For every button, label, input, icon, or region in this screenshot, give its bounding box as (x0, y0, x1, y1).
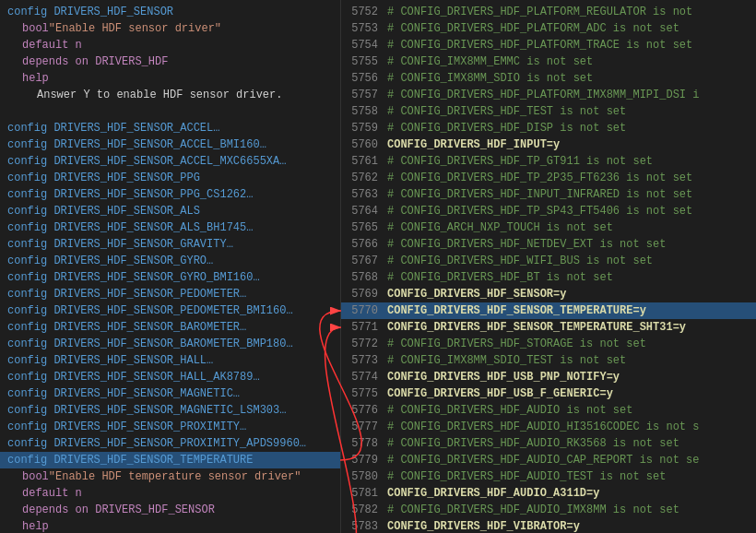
right-line-5782: 5782# CONFIG_DRIVERS_HDF_AUDIO_IMX8MM is… (341, 502, 756, 518)
line-content: # CONFIG_DRIVERS_HDF_INPUT_INFRARED is n… (387, 186, 749, 203)
config-keyword: config DRIVERS_HDF_SENSOR_ALS (7, 203, 200, 219)
line-number: 5769 (348, 286, 387, 302)
left-line-21: config DRIVERS_HDF_SENSOR_BAROMETER_BMP1… (0, 336, 340, 352)
line-content: CONFIG_DRIVERS_HDF_USB_F_GENERIC=y (387, 385, 749, 402)
config-keyword: config DRIVERS_HDF_SENSOR_PEDOMETER… (7, 286, 246, 302)
line-content: CONFIG_DRIVERS_HDF_SENSOR_TEMPERATURE_SH… (387, 319, 749, 336)
line-content: # CONFIG_DRIVERS_HDF_AUDIO_RK3568 is not… (387, 435, 749, 452)
line-number: 5762 (348, 170, 387, 186)
help-keyword: help (22, 70, 49, 87)
left-line-7 (0, 103, 340, 120)
bool-keyword: bool (22, 20, 49, 37)
config-keyword: config DRIVERS_HDF_SENSOR_GRAVITY… (7, 236, 233, 253)
line-number: 5779 (348, 452, 387, 468)
right-line-5767: 5767# CONFIG_DRIVERS_HDF_WIFI_BUS is not… (341, 253, 756, 269)
config-keyword: config DRIVERS_HDF_SENSOR_GYRO… (7, 253, 213, 269)
line-content: # CONFIG_DRIVERS_HDF_TP_2P35_FT6236 is n… (387, 170, 749, 186)
left-line-11: config DRIVERS_HDF_SENSOR_PPG (0, 170, 340, 186)
line-content: CONFIG_DRIVERS_HDF_VIBRATOR=y (387, 518, 749, 533)
line-number: 5771 (348, 319, 387, 336)
right-line-5758: 5758# CONFIG_DRIVERS_HDF_TEST is not set (341, 103, 756, 120)
config-keyword: config DRIVERS_HDF_SENSOR_MAGNETIC_LSM30… (7, 402, 286, 419)
config-keyword: config DRIVERS_HDF_SENSOR_HALL… (7, 352, 213, 369)
left-line-22: config DRIVERS_HDF_SENSOR_HALL… (0, 352, 340, 369)
config-keyword: config DRIVERS_HDF_SENSOR_BAROMETER_BMP1… (7, 336, 293, 352)
right-line-5769: 5769CONFIG_DRIVERS_HDF_SENSOR=y (341, 286, 756, 302)
line-number: 5760 (348, 136, 387, 153)
right-line-5764: 5764# CONFIG_DRIVERS_HDF_TP_SP43_FT5406 … (341, 203, 756, 219)
line-number: 5781 (348, 485, 387, 502)
left-line-17: config DRIVERS_HDF_SENSOR_GYRO_BMI160… (0, 269, 340, 286)
depends-keyword: depends on DRIVERS_HDF (22, 53, 168, 70)
line-number: 5755 (348, 53, 387, 70)
config-keyword: config DRIVERS_HDF_SENSOR_PPG_CS1262… (7, 186, 253, 203)
left-line-12: config DRIVERS_HDF_SENSOR_PPG_CS1262… (0, 186, 340, 203)
default-keyword: default n (22, 485, 82, 502)
left-line-23: config DRIVERS_HDF_SENSOR_HALL_AK8789… (0, 369, 340, 385)
line-number: 5772 (348, 336, 387, 352)
left-line-4: depends on DRIVERS_HDF (0, 53, 340, 70)
line-number: 5765 (348, 219, 387, 236)
line-content: # CONFIG_DRIVERS_HDF_TP_SP43_FT5406 is n… (387, 203, 749, 219)
right-line-5777: 5777# CONFIG_DRIVERS_HDF_AUDIO_HI3516COD… (341, 419, 756, 435)
line-content: CONFIG_DRIVERS_HDF_SENSOR=y (387, 286, 749, 302)
left-line-29: bool "Enable HDF temperature sensor driv… (0, 468, 340, 485)
line-content: # CONFIG_DRIVERS_HDF_BT is not set (387, 269, 749, 286)
line-number: 5782 (348, 502, 387, 518)
left-line-16: config DRIVERS_HDF_SENSOR_GYRO… (0, 253, 340, 269)
line-content: # CONFIG_ARCH_NXP_TOUCH is not set (387, 219, 749, 236)
left-line-6: Answer Y to enable HDF sensor driver. (0, 87, 340, 103)
config-keyword: config DRIVERS_HDF_SENSOR_BAROMETER… (7, 319, 246, 336)
right-line-5781: 5781CONFIG_DRIVERS_HDF_AUDIO_A311D=y (341, 485, 756, 502)
right-line-5773: 5773# CONFIG_IMX8MM_SDIO_TEST is not set (341, 352, 756, 369)
left-line-8: config DRIVERS_HDF_SENSOR_ACCEL… (0, 120, 340, 136)
line-content: # CONFIG_DRIVERS_HDF_PLATFORM_ADC is not… (387, 20, 749, 37)
line-content: # CONFIG_DRIVERS_HDF_DISP is not set (387, 120, 749, 136)
line-number: 5764 (348, 203, 387, 219)
line-number: 5753 (348, 20, 387, 37)
right-line-5775: 5775CONFIG_DRIVERS_HDF_USB_F_GENERIC=y (341, 385, 756, 402)
right-line-5783: 5783CONFIG_DRIVERS_HDF_VIBRATOR=y (341, 518, 756, 533)
left-line-3: default n (0, 37, 340, 53)
line-number: 5770 (348, 302, 387, 319)
line-number: 5759 (348, 120, 387, 136)
right-line-5752: 5752# CONFIG_DRIVERS_HDF_PLATFORM_REGULA… (341, 4, 756, 20)
line-number: 5752 (348, 4, 387, 20)
left-line-1: config DRIVERS_HDF_SENSOR (0, 4, 340, 20)
left-line-14: config DRIVERS_HDF_SENSOR_ALS_BH1745… (0, 219, 340, 236)
line-content: # CONFIG_DRIVERS_HDF_AUDIO_HI3516CODEC i… (387, 419, 749, 435)
left-line-5: help (0, 70, 340, 87)
config-keyword: config DRIVERS_HDF_SENSOR_ACCEL_BMI160… (7, 136, 266, 153)
left-line-31: depends on DRIVERS_HDF_SENSOR (0, 502, 340, 518)
left-line-26: config DRIVERS_HDF_SENSOR_PROXIMITY… (0, 419, 340, 435)
config-keyword: config DRIVERS_HDF_SENSOR_TEMPERATURE (7, 452, 253, 468)
left-line-10: config DRIVERS_HDF_SENSOR_ACCEL_MXC6655X… (0, 153, 340, 170)
left-line-25: config DRIVERS_HDF_SENSOR_MAGNETIC_LSM30… (0, 402, 340, 419)
config-keyword: config DRIVERS_HDF_SENSOR_ALS_BH1745… (7, 219, 253, 236)
config-keyword: config DRIVERS_HDF_SENSOR_PROXIMITY_APDS… (7, 435, 306, 452)
line-content: # CONFIG_DRIVERS_HDF_AUDIO is not set (387, 402, 749, 419)
line-number: 5777 (348, 419, 387, 435)
right-line-5771: 5771CONFIG_DRIVERS_HDF_SENSOR_TEMPERATUR… (341, 319, 756, 336)
line-content: CONFIG_DRIVERS_HDF_INPUT=y (387, 136, 749, 153)
line-content: # CONFIG_DRIVERS_HDF_WIFI_BUS is not set (387, 253, 749, 269)
line-content: CONFIG_DRIVERS_HDF_AUDIO_A311D=y (387, 485, 749, 502)
line-number: 5767 (348, 253, 387, 269)
line-number: 5756 (348, 70, 387, 87)
left-code-pane: config DRIVERS_HDF_SENSORbool "Enable HD… (0, 0, 341, 533)
line-content: # CONFIG_DRIVERS_HDF_AUDIO_IMX8MM is not… (387, 502, 749, 518)
right-line-5766: 5766# CONFIG_DRIVERS_HDF_NETDEV_EXT is n… (341, 236, 756, 253)
config-keyword: config DRIVERS_HDF_SENSOR_ACCEL_MXC6655X… (7, 153, 286, 170)
line-number: 5766 (348, 236, 387, 253)
config-keyword: config DRIVERS_HDF_SENSOR (7, 4, 173, 20)
line-content: # CONFIG_DRIVERS_HDF_PLATFORM_IMX8MM_MIP… (387, 87, 749, 103)
right-line-5762: 5762# CONFIG_DRIVERS_HDF_TP_2P35_FT6236 … (341, 170, 756, 186)
line-content: # CONFIG_DRIVERS_HDF_PLATFORM_REGULATOR … (387, 4, 749, 20)
help-text: Answer Y to enable HDF sensor driver. (37, 87, 282, 103)
left-line-30: default n (0, 485, 340, 502)
string-value: "Enable HDF temperature sensor driver" (49, 468, 301, 485)
right-line-5780: 5780# CONFIG_DRIVERS_HDF_AUDIO_TEST is n… (341, 468, 756, 485)
line-content: # CONFIG_DRIVERS_HDF_NETDEV_EXT is not s… (387, 236, 749, 253)
right-line-5772: 5772# CONFIG_DRIVERS_HDF_STORAGE is not … (341, 336, 756, 352)
right-line-5757: 5757# CONFIG_DRIVERS_HDF_PLATFORM_IMX8MM… (341, 87, 756, 103)
